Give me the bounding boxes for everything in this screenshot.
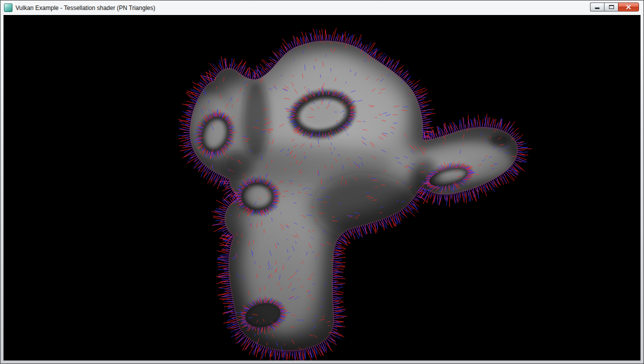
minimize-button[interactable] [590, 2, 604, 12]
maximize-button[interactable] [604, 2, 618, 12]
app-icon[interactable] [4, 4, 12, 12]
maximize-icon [609, 5, 614, 9]
close-button[interactable] [618, 2, 639, 12]
app-window: Vulkan Example - Tessellation shader (PN… [0, 0, 644, 364]
render-viewport[interactable] [4, 15, 640, 360]
model-render [178, 28, 532, 360]
window-controls [590, 2, 639, 12]
close-icon [626, 4, 632, 10]
window-title: Vulkan Example - Tessellation shader (PN… [16, 4, 155, 12]
minimize-icon [595, 8, 600, 9]
render-client-area [4, 15, 640, 360]
titlebar[interactable]: Vulkan Example - Tessellation shader (PN… [0, 0, 644, 15]
